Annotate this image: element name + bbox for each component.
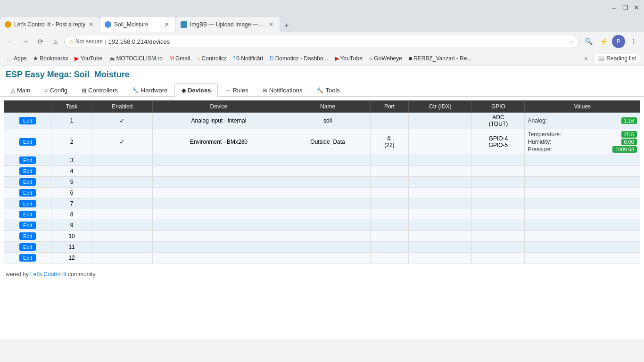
tab-tools[interactable]: 🔨 Tools — [309, 83, 347, 97]
device-name — [152, 188, 285, 198]
bookmark-apps[interactable]: … Apps — [4, 54, 29, 63]
tab-2-title: Soil_Moisture — [114, 21, 161, 28]
value-badge: 1009.68 — [612, 146, 637, 153]
footer-link[interactable]: Let's Control It — [30, 271, 66, 278]
bookmark-star-icon[interactable]: ☆ — [569, 38, 575, 45]
tab-config[interactable]: ○ Config — [37, 83, 74, 97]
port-cell — [370, 253, 408, 263]
gpio-cell — [472, 220, 525, 231]
bookmark-moto[interactable]: 🏍 MOTOCICLISM.ro — [107, 54, 165, 63]
minimize-button[interactable]: – — [610, 4, 618, 11]
device-label — [285, 155, 370, 166]
edit-button[interactable]: Edit — [19, 243, 36, 251]
values-cell — [525, 231, 640, 242]
task-number: 12 — [51, 253, 92, 263]
enabled-cell — [92, 231, 152, 242]
gmail-icon: M — [169, 55, 174, 62]
enabled-cell — [92, 253, 152, 263]
bookmarks-bar: … Apps ★ Bookmarks ▶ YouTube 🏍 MOTOCICLI… — [0, 51, 644, 66]
table-row: Edit2✓Environment - BMx280Outside_Data①(… — [4, 129, 640, 155]
values-cell: Temperature:25.5Humidity:0.00Pressure:10… — [525, 129, 640, 155]
port-cell — [370, 177, 408, 188]
bookmark-notificari[interactable]: f 0 Notificări — [231, 54, 266, 63]
bookmark-apps-label: Apps — [14, 55, 26, 62]
ctr-idx-cell — [409, 166, 472, 177]
edit-button[interactable]: Edit — [19, 232, 36, 240]
tab-1[interactable]: Let's Control It - Post a reply ✕ — [0, 17, 99, 32]
table-row: Edit5 — [4, 177, 640, 188]
extensions-icon[interactable]: ⚡ — [597, 35, 610, 48]
bookmark-youtube-2-label: YouTube — [340, 55, 363, 62]
edit-button[interactable]: Edit — [19, 138, 36, 146]
menu-icon[interactable]: ⋮ — [627, 35, 640, 48]
edit-button[interactable]: Edit — [19, 156, 36, 164]
edit-button[interactable]: Edit — [19, 254, 36, 262]
footer: wered by Let's Control It community — [0, 267, 644, 281]
forward-button[interactable]: → — [19, 35, 32, 48]
tab-devices[interactable]: ◆ Devices — [174, 83, 218, 97]
devices-table: Task Enabled Device Name Port Ctr (IDX) … — [4, 100, 640, 263]
home-button[interactable]: ⌂ — [49, 35, 62, 48]
bookmarks-more-button[interactable]: » — [582, 54, 591, 63]
edit-cell: Edit — [4, 253, 51, 263]
device-name: Analog input - internal — [152, 113, 285, 129]
tab-3[interactable]: ImgBB — Upload Image — Free... ✕ — [176, 17, 280, 32]
edit-button[interactable]: Edit — [19, 178, 36, 186]
tab-notifications[interactable]: ✉ Notifications — [256, 83, 310, 97]
bookmark-rerbz-label: RERBZ_Vanzari - Re... — [413, 55, 471, 62]
device-label — [285, 231, 370, 242]
bookmark-gmail[interactable]: M Gmail — [166, 54, 193, 63]
tab-main[interactable]: △ Main — [4, 83, 37, 97]
back-button[interactable]: ← — [4, 35, 17, 48]
values-cell — [525, 166, 640, 177]
bookmark-controlicz[interactable]: ○ Controlicz — [194, 54, 230, 63]
edit-button[interactable]: Edit — [19, 200, 36, 207]
close-button[interactable]: ✕ — [633, 4, 640, 11]
not-secure-label: Not secure — [75, 38, 103, 45]
bookmark-youtube-1[interactable]: ▶ YouTube — [72, 54, 105, 63]
tab-1-close[interactable]: ✕ — [87, 21, 95, 28]
edit-cell: Edit — [4, 113, 51, 129]
controllers-icon: ⊞ — [82, 87, 86, 94]
new-tab-button[interactable]: + — [280, 19, 293, 32]
tab-2[interactable]: Soil_Moisture ✕ — [100, 17, 175, 32]
edit-button[interactable]: Edit — [19, 189, 36, 197]
ctr-idx-cell — [409, 253, 472, 263]
device-name — [152, 220, 285, 231]
reload-button[interactable]: ⟳ — [34, 35, 47, 48]
device-name — [152, 209, 285, 220]
bookmark-rerbz[interactable]: ■ RERBZ_Vanzari - Re... — [406, 54, 474, 63]
search-icon[interactable]: 🔍 — [582, 35, 595, 48]
nav-icons: 🔍 ⚡ P ⋮ — [582, 35, 640, 48]
bookmark-gowebeye[interactable]: ○ GoWebeye — [366, 54, 405, 63]
bookmark-bookmarks[interactable]: ★ Bookmarks — [30, 54, 71, 63]
device-name — [152, 198, 285, 209]
enabled-cell — [92, 209, 152, 220]
table-row: Edit10 — [4, 231, 640, 242]
tab-3-close[interactable]: ✕ — [267, 21, 275, 28]
bookmark-domoticz[interactable]: D Domoticz - Dashbo... — [267, 54, 331, 63]
edit-button[interactable]: Edit — [19, 117, 36, 124]
tab-rules[interactable]: → Rules — [218, 83, 255, 97]
edit-button[interactable]: Edit — [19, 167, 36, 175]
devices-icon: ◆ — [182, 87, 186, 94]
ctr-idx-cell — [409, 242, 472, 253]
bookmark-youtube-2[interactable]: ▶ YouTube — [332, 54, 365, 63]
edit-cell: Edit — [4, 177, 51, 188]
value-label: Pressure: — [528, 146, 552, 153]
table-row: Edit9 — [4, 220, 640, 231]
port-cell — [370, 198, 408, 209]
tab-rules-label: Rules — [232, 87, 248, 94]
restore-button[interactable]: ❒ — [621, 4, 629, 11]
tab-hardware[interactable]: 🔧 Hardware — [125, 83, 174, 97]
tab-2-close[interactable]: ✕ — [163, 21, 171, 28]
tab-controllers[interactable]: ⊞ Controllers — [74, 83, 125, 97]
reading-list-button[interactable]: 📖 Reading list — [593, 54, 640, 63]
address-bar[interactable]: △ Not secure | 192.168.0.214/devices ☆ — [64, 35, 580, 48]
edit-button[interactable]: Edit — [19, 211, 36, 218]
edit-cell: Edit — [4, 242, 51, 253]
fb-icon: f — [233, 55, 235, 62]
notifications-icon: ✉ — [263, 87, 267, 94]
edit-button[interactable]: Edit — [19, 222, 36, 229]
profile-icon[interactable]: P — [612, 35, 625, 48]
